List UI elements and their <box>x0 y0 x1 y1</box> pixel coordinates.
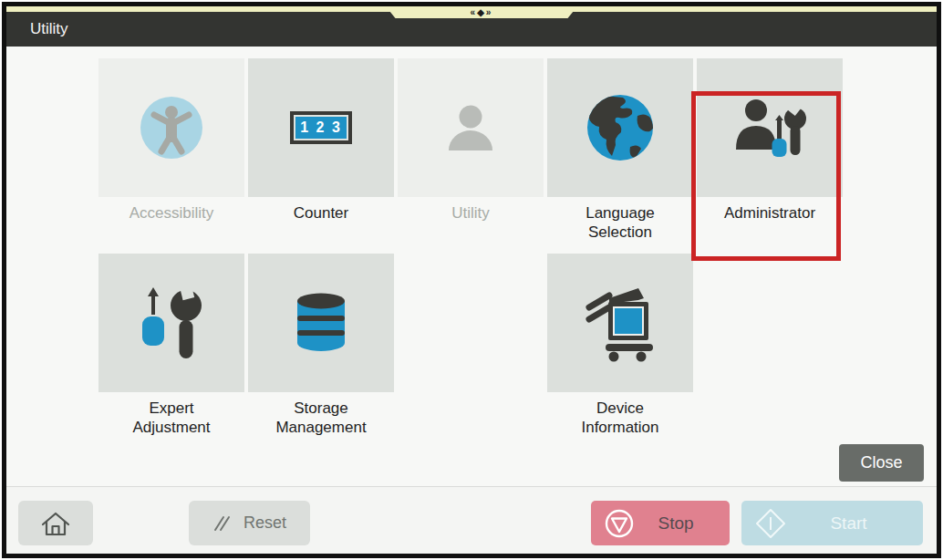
tile-label: Language Selection <box>547 203 693 242</box>
tile-counter: 1 2 3 Counter <box>248 58 394 223</box>
tile-label: Utility <box>398 203 544 223</box>
stop-button[interactable]: Stop <box>591 501 730 545</box>
language-selection-button[interactable] <box>547 58 693 197</box>
tile-accessibility: Accessibility <box>98 58 244 223</box>
tile-label: Expert Adjustment <box>98 399 244 437</box>
start-icon <box>754 507 787 540</box>
device-information-button[interactable] <box>547 254 693 392</box>
tile-label: Administrator <box>697 203 843 223</box>
home-button[interactable] <box>18 501 93 545</box>
printer-icon <box>584 284 657 362</box>
accessibility-button <box>98 58 244 197</box>
accessibility-icon <box>139 95 204 161</box>
globe-icon <box>586 94 654 161</box>
database-icon <box>291 290 351 356</box>
handle-glyphs-icon: «◆» <box>471 6 493 18</box>
reset-slashes-icon <box>212 515 231 532</box>
tile-administrator: Administrator <box>697 58 843 223</box>
tile-label: Counter <box>248 203 394 223</box>
home-icon <box>40 510 71 537</box>
page-title: Utility <box>30 20 68 37</box>
close-button[interactable]: Close <box>839 444 924 482</box>
tile-language-selection: Language Selection <box>547 58 693 242</box>
counter-button[interactable]: 1 2 3 <box>248 58 394 197</box>
administrator-icon <box>731 97 808 159</box>
tile-expert-adjustment: Expert Adjustment <box>98 254 244 437</box>
tile-label: Storage Management <box>248 399 394 437</box>
start-button[interactable]: Start <box>741 501 923 545</box>
utility-menu: Accessibility 1 2 3 Counter Utility <box>6 47 937 486</box>
user-silhouette-icon <box>442 101 499 154</box>
administrator-button[interactable] <box>697 58 843 197</box>
tile-storage-management: Storage Management <box>248 254 394 437</box>
utility-button <box>398 58 544 197</box>
panel-frame: «◆» Utility A <box>2 2 941 558</box>
reset-button[interactable]: Reset <box>189 501 310 545</box>
storage-management-button[interactable] <box>248 254 394 392</box>
tile-label: Device Information <box>547 399 693 437</box>
tile-device-information: Device Information <box>547 254 693 437</box>
panel-handle[interactable]: «◆» <box>386 6 577 18</box>
stop-icon <box>604 508 635 539</box>
tile-utility: Utility <box>398 58 544 223</box>
screwdriver-wrench-icon <box>133 284 210 362</box>
expert-adjustment-button[interactable] <box>98 254 244 392</box>
tile-label: Accessibility <box>98 203 244 223</box>
counter-icon: 1 2 3 <box>290 111 352 144</box>
counter-display: 1 2 3 <box>294 115 348 140</box>
